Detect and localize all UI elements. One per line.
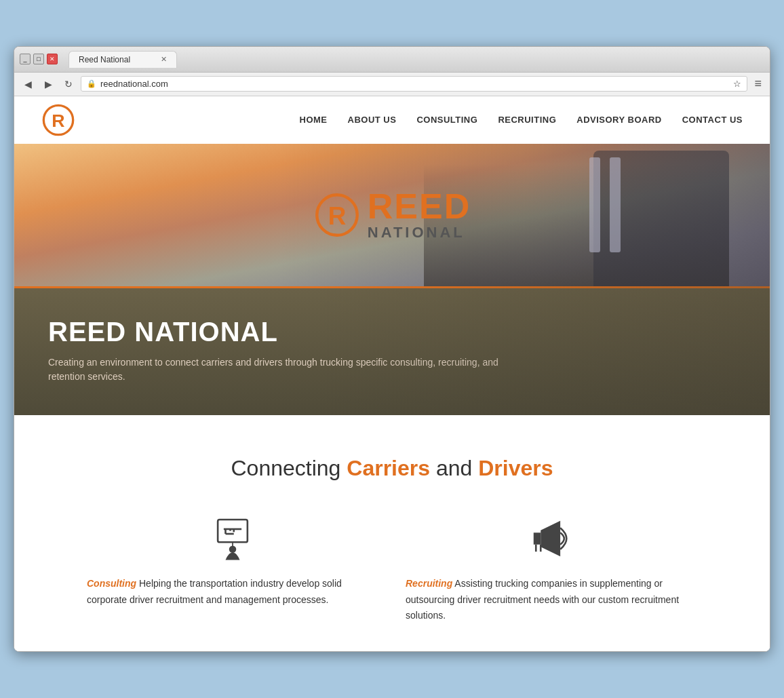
window-controls: _ □ ✕ — [20, 54, 58, 64]
star-icon[interactable]: ☆ — [733, 79, 741, 89]
lock-icon: 🔒 — [87, 79, 96, 88]
hero-logo-area: R REED NATIONAL — [313, 189, 471, 241]
consulting-text: Consulting Helping the transportation in… — [87, 576, 378, 608]
drivers-text: Drivers — [478, 456, 553, 480]
recruiting-card: Recruiting Assisting trucking companies … — [406, 515, 697, 624]
hero-top: R REED NATIONAL — [14, 144, 770, 286]
recruiting-icon-area — [406, 515, 697, 562]
site-header: R HOME ABOUT US CONSULTING RECRUITING AD… — [14, 96, 770, 144]
hero-subtitle: Creating an environment to connect carri… — [48, 355, 523, 384]
refresh-button[interactable]: ↻ — [60, 76, 77, 92]
forward-button[interactable]: ▶ — [40, 76, 56, 92]
nav-home[interactable]: HOME — [300, 115, 328, 125]
svg-rect-4 — [218, 520, 248, 542]
maximize-button[interactable]: □ — [33, 54, 44, 64]
logo-icon: R — [41, 103, 75, 137]
nav-about-us[interactable]: ABOUT US — [348, 115, 397, 125]
recruiting-text: Recruiting Assisting trucking companies … — [406, 576, 697, 624]
back-button[interactable]: ◀ — [20, 76, 36, 92]
hero-section: R REED NATIONAL REED NATIONAL Creating a… — [14, 144, 770, 415]
address-bar[interactable]: 🔒 reednational.com ☆ — [81, 76, 747, 92]
main-content: Connecting Carriers and Drivers — [14, 415, 770, 651]
consulting-card: Consulting Helping the transportation in… — [87, 515, 378, 624]
connecting-title: Connecting Carriers and Drivers — [41, 456, 743, 481]
tab-bar: Reed National ✕ — [63, 51, 182, 68]
recruiting-label: Recruiting — [406, 578, 452, 589]
services-grid: Consulting Helping the transportation in… — [87, 515, 697, 624]
website-content: R HOME ABOUT US CONSULTING RECRUITING AD… — [14, 96, 770, 651]
tab-title: Reed National — [79, 55, 130, 64]
hero-brand-national: NATIONAL — [368, 224, 471, 241]
hero-brand-text: REED NATIONAL — [368, 189, 471, 241]
carriers-text: Carriers — [347, 456, 430, 480]
hero-title: REED NATIONAL — [48, 317, 736, 347]
browser-window: _ □ ✕ Reed National ✕ ◀ ▶ ↻ 🔒 reednation… — [14, 46, 770, 652]
hero-logo-icon: R — [313, 191, 361, 239]
svg-text:R: R — [328, 202, 346, 230]
consulting-icon — [209, 515, 256, 562]
active-tab[interactable]: Reed National ✕ — [68, 51, 177, 68]
browser-menu-button[interactable]: ≡ — [751, 77, 764, 91]
tab-close-icon[interactable]: ✕ — [161, 55, 167, 64]
connecting-middle: and — [430, 456, 478, 480]
nav-contact-us[interactable]: CONTACT US — [682, 115, 743, 125]
recruiting-icon — [528, 515, 575, 562]
site-logo[interactable]: R — [41, 103, 75, 137]
hero-bottom: REED NATIONAL Creating an environment to… — [14, 286, 770, 415]
consulting-icon-area — [87, 515, 378, 562]
hero-brand-reed: REED — [368, 189, 471, 224]
url-text: reednational.com — [100, 79, 168, 89]
nav-advisory-board[interactable]: ADVISORY BOARD — [576, 115, 661, 125]
connecting-prefix: Connecting — [231, 456, 347, 480]
browser-toolbar: ◀ ▶ ↻ 🔒 reednational.com ☆ ≡ — [14, 73, 770, 96]
titlebar: _ □ ✕ Reed National ✕ — [14, 47, 770, 73]
minimize-button[interactable]: _ — [20, 54, 31, 64]
close-button[interactable]: ✕ — [47, 54, 58, 64]
nav-consulting[interactable]: CONSULTING — [416, 115, 477, 125]
site-nav: HOME ABOUT US CONSULTING RECRUITING ADVI… — [300, 115, 743, 125]
svg-text:R: R — [52, 111, 64, 131]
consulting-label: Consulting — [87, 578, 136, 589]
nav-recruiting[interactable]: RECRUITING — [498, 115, 556, 125]
